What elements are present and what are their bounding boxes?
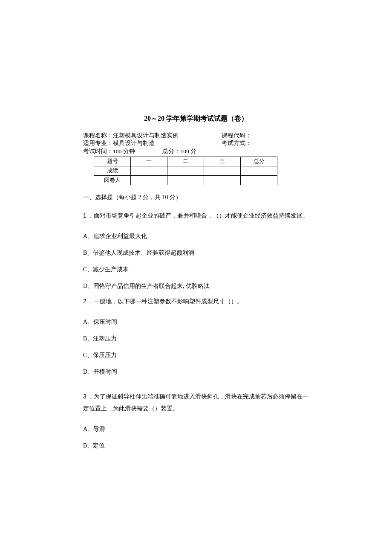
option: D、同恪守产品信用的生产者联合起来, 优胜略汰 xyxy=(83,279,309,293)
question-number: 3 xyxy=(83,393,86,400)
question-2: 2 ．一般地，以下哪一种注塑参数不影响塑件成型尺寸（）。 xyxy=(83,295,309,308)
option: B、借鉴他人现成技术、经验获得超额利润 xyxy=(83,245,309,260)
score-row-label: 成绩 xyxy=(94,166,131,176)
exam-title: 20～20 学年第学期考试试题（卷） xyxy=(83,113,309,124)
question-1: 1 ．面对市场竞争引起企业的破产．兼并和联合，（）才能使企业经济效益持续发展。 xyxy=(83,209,309,222)
score-row-label: 题号 xyxy=(94,157,131,166)
major-value: 模具设计与制造 xyxy=(113,140,155,146)
score-row-label: 阅卷人 xyxy=(94,176,131,185)
score-cell xyxy=(241,166,277,176)
question-1-options: A、追求企业利益最大化 B、借鉴他人现成技术、经验获得超额利润 C、减少生产成本… xyxy=(83,229,309,293)
meta-block: 课程名称：注塑模具设计与制造实例 课程代码： 适用专业：模具设计与制造 考试方式… xyxy=(83,132,309,156)
option: A、保压时间 xyxy=(83,314,309,329)
score-col-3: 三 xyxy=(204,157,241,166)
score-cell xyxy=(204,166,241,176)
question-number: 1 xyxy=(83,212,86,219)
question-3-options: A、导滑 B、定位 xyxy=(83,421,309,453)
score-cell xyxy=(167,166,204,176)
score-cell xyxy=(204,176,241,185)
question-number: 2 xyxy=(83,298,86,305)
course-name-label: 课程名称： xyxy=(83,132,113,139)
option: A、追求企业利益最大化 xyxy=(83,229,309,244)
option: C、保压压力 xyxy=(83,348,309,363)
exam-mode-label: 考试方式： xyxy=(222,139,309,148)
option: A、导滑 xyxy=(83,421,309,436)
course-name-value: 注塑模具设计与制造实例 xyxy=(113,132,179,139)
major-label: 适用专业： xyxy=(83,140,113,146)
score-cell xyxy=(167,176,204,185)
score-col-1: 一 xyxy=(131,157,167,166)
score-col-2: 二 xyxy=(167,157,204,166)
question-2-options: A、保压时间 B、注塑压力 C、保压压力 D、开模时间 xyxy=(83,314,309,379)
section-header: 一、选择题（每小题 2 分，共 10 分） xyxy=(83,193,309,202)
score-cell xyxy=(241,176,277,185)
time-value: 100 分钟 xyxy=(113,148,135,154)
score-col-total: 总分 xyxy=(241,157,277,166)
option: B、定位 xyxy=(83,438,309,453)
question-stem: ．为了保证斜导柱伸出端准确可靠地进入滑块斜孔，滑块在完成抽芯后必须停留在一定位置… xyxy=(83,393,308,412)
time-label: 考试时间： xyxy=(83,148,113,154)
score-cell xyxy=(131,166,167,176)
course-code-label: 课程代码： xyxy=(222,132,309,140)
score-table: 题号 一 二 三 总分 成绩 阅卷人 xyxy=(94,157,277,185)
question-stem: ．一般地，以下哪一种注塑参数不影响塑件成型尺寸（）。 xyxy=(86,298,243,305)
option: C、减少生产成本 xyxy=(83,262,309,277)
question-stem: ．面对市场竞争引起企业的破产．兼并和联合，（）才能使企业经济效益持续发展。 xyxy=(86,212,309,219)
option: D、开模时间 xyxy=(83,364,309,379)
question-3: 3 ．为了保证斜导柱伸出端准确可靠地进入滑块斜孔，滑块在完成抽芯后必须停留在一定… xyxy=(83,390,309,415)
option: B、注塑压力 xyxy=(83,331,309,346)
total-label: 总分： xyxy=(162,148,180,154)
score-cell xyxy=(131,176,167,185)
total-value: 100 分 xyxy=(180,148,196,154)
